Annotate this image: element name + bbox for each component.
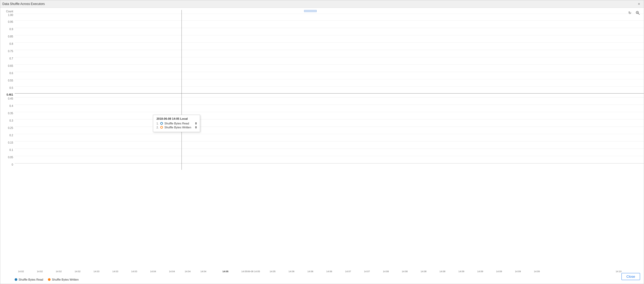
y-tick-075: 0.75 xyxy=(8,50,13,53)
tooltip: 2018-06-08 14:05 Local 1. Shuffle Bytes … xyxy=(153,115,200,132)
y-tick-09: 0.9 xyxy=(9,28,13,31)
x-tick-8: 14:04 xyxy=(150,270,156,273)
grid-line-12 xyxy=(15,97,644,97)
zoom-icon xyxy=(636,11,640,15)
x-tick-21: 14:08 xyxy=(383,270,389,273)
grid-line-8 xyxy=(15,64,644,65)
legend-item-written: Shuffle Bytes Written xyxy=(48,278,79,281)
grid-line-7 xyxy=(15,57,644,57)
grid-line-10 xyxy=(15,79,644,79)
grid-line-19 xyxy=(15,149,644,149)
tooltip-label-read: Shuffle Bytes Read xyxy=(164,122,194,125)
tooltip-value-read: 0 xyxy=(195,122,197,125)
grid-line-6 xyxy=(15,50,644,50)
zoom-button[interactable] xyxy=(635,10,641,16)
y-tick-05: 0.5 xyxy=(9,86,13,89)
crosshair-vertical xyxy=(181,10,182,170)
y-tick-025: 0.25 xyxy=(8,127,13,129)
chart-container: ↻ Count 1.00 0.95 0.9 0.85 0.8 0.7 xyxy=(0,8,644,284)
x-tick-23: 14:08 xyxy=(421,270,427,273)
x-axis: 14:02 14:02 14:02 14:02 14:03 14:03 14:0… xyxy=(15,269,644,276)
x-tick-4: 14:02 xyxy=(75,270,81,273)
grid-line-21 xyxy=(15,163,644,163)
y-tick-095: 0.95 xyxy=(8,20,13,23)
x-tick-27: 14:09 xyxy=(496,270,502,273)
brush-indicator[interactable] xyxy=(304,10,317,12)
legend-dot-read xyxy=(15,278,17,281)
x-tick-15: 14:05 xyxy=(270,270,276,273)
x-tick-3: 14:02 xyxy=(56,270,62,273)
grid-line-3 xyxy=(15,28,644,28)
y-tick-02: 0.2 xyxy=(9,134,13,137)
y-tick-0461: 0.461 xyxy=(7,93,13,96)
grid-line-5 xyxy=(15,42,644,43)
y-tick-07: 0.7 xyxy=(9,57,13,60)
tooltip-index-2: 2. xyxy=(156,126,158,129)
x-tick-19: 14:07 xyxy=(345,270,351,273)
y-tick-100: 1.00 xyxy=(8,14,13,17)
x-tick-16: 14:06 xyxy=(289,270,295,273)
tooltip-index-1: 1. xyxy=(156,122,158,125)
x-tick-29: 14:09 xyxy=(534,270,540,273)
y-tick-0: 0 xyxy=(12,163,13,166)
grid-line-4 xyxy=(15,35,644,35)
grid-line-20 xyxy=(15,156,644,156)
x-tick-24: 14:08 xyxy=(439,270,445,273)
close-button[interactable]: Close xyxy=(621,273,640,280)
y-tick-085: 0.85 xyxy=(8,35,13,38)
tooltip-row-1: 1. Shuffle Bytes Read 0 xyxy=(156,122,197,125)
grid-line-15 xyxy=(15,119,644,119)
y-axis: Count 1.00 0.95 0.9 0.85 0.8 0.75 0.7 0.… xyxy=(0,10,15,269)
legend-label-read: Shuffle Bytes Read xyxy=(19,278,43,281)
y-tick-035: 0.35 xyxy=(8,112,13,115)
toolbar-right: ↻ xyxy=(627,10,641,16)
y-tick-01: 0.1 xyxy=(9,149,13,151)
y-tick-065: 0.65 xyxy=(8,64,13,67)
svg-line-1 xyxy=(638,13,640,15)
tooltip-value-written: 0 xyxy=(195,126,197,129)
tooltip-title: 2018-06-08 14:05 Local xyxy=(156,117,197,120)
grid-line-14 xyxy=(15,112,644,112)
refresh-button[interactable]: ↻ xyxy=(627,10,633,16)
chart-plot[interactable]: 2018-06-08 14:05 Local 1. Shuffle Bytes … xyxy=(15,10,644,170)
x-tick-22: 14:08 xyxy=(402,270,408,273)
x-tick-6: 14:03 xyxy=(112,270,118,273)
x-tick-26: 14:09 xyxy=(477,270,483,273)
window-close-icon[interactable]: × xyxy=(636,1,642,7)
grid-line-9 xyxy=(15,72,644,72)
y-tick-045: 0.45 xyxy=(8,97,13,100)
y-tick-005: 0.05 xyxy=(8,156,13,159)
tooltip-row-2: 2. Shuffle Bytes Written 0 xyxy=(156,126,197,129)
x-tick-25: 14:09 xyxy=(458,270,464,273)
grid-line-18 xyxy=(15,141,644,141)
grid-line-1 xyxy=(15,14,644,14)
x-tick-5: 14:03 xyxy=(93,270,100,273)
legend-dot-written xyxy=(48,278,51,281)
legend-item-read: Shuffle Bytes Read xyxy=(15,278,43,281)
legend-label-written: Shuffle Bytes Written xyxy=(52,278,79,281)
x-tick-18: 14:06 xyxy=(326,270,332,273)
x-tick-10: 14:04 xyxy=(185,270,191,273)
y-tick-015: 0.15 xyxy=(8,141,13,144)
main-window: Data Shuffle Across Executors × ↻ Count … xyxy=(0,0,644,284)
x-tick-12: 14:05 xyxy=(222,270,228,273)
x-tick-11: 14:04 xyxy=(200,270,206,273)
grid-line-11 xyxy=(15,86,644,87)
y-tick-08: 0.8 xyxy=(9,42,13,45)
x-tick-13: 14:05 xyxy=(241,270,247,273)
x-tick-17: 14:06 xyxy=(307,270,313,273)
y-axis-label: Count xyxy=(6,10,13,13)
tooltip-dot-read xyxy=(160,122,163,125)
y-tick-055: 0.55 xyxy=(8,79,13,82)
chart-area: Count 1.00 0.95 0.9 0.85 0.8 0.75 0.7 0.… xyxy=(0,10,644,269)
window-title: Data Shuffle Across Executors xyxy=(2,2,45,6)
x-tick-30: 14:10 xyxy=(616,270,622,273)
x-tick-20: 14:07 xyxy=(364,270,370,273)
grid-line-16 xyxy=(15,127,644,127)
tooltip-label-written: Shuffle Bytes Written xyxy=(164,126,194,129)
legend: Shuffle Bytes Read Shuffle Bytes Written xyxy=(0,276,644,284)
grid-line-17 xyxy=(15,134,644,134)
grid-line-2 xyxy=(15,20,644,21)
y-tick-04: 0.4 xyxy=(9,105,13,107)
y-tick-03: 0.3 xyxy=(9,119,13,122)
